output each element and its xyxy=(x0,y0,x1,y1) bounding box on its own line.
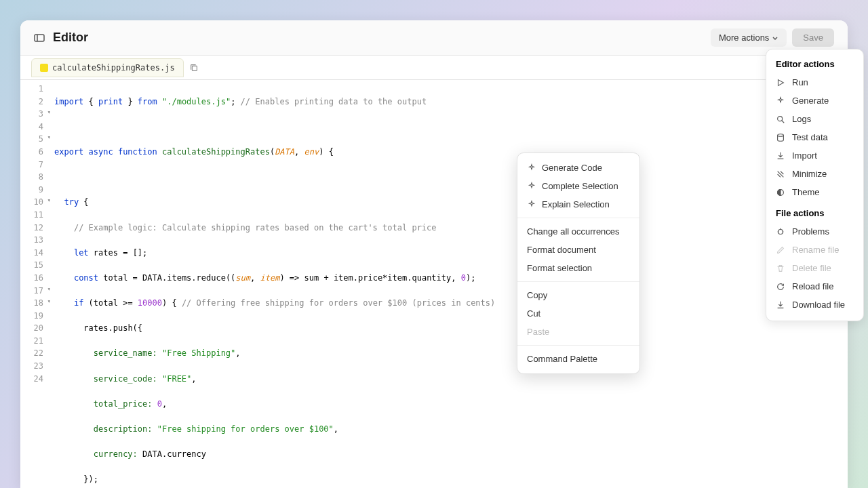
menu-change-all[interactable]: Change all occurrences xyxy=(517,222,639,241)
svg-point-5 xyxy=(778,134,784,136)
sparkle-icon xyxy=(527,200,536,209)
menu-copy[interactable]: Copy xyxy=(517,286,639,304)
js-file-icon xyxy=(40,64,48,72)
action-run[interactable]: Run xyxy=(766,73,863,92)
theme-icon xyxy=(776,188,785,197)
sparkle-icon xyxy=(776,96,785,106)
tabs-bar: calculateShippingRates.js xyxy=(20,56,848,80)
context-menu: Generate Code Complete Selection Explain… xyxy=(517,152,640,374)
minimize-icon xyxy=(776,169,785,179)
pencil-icon xyxy=(776,245,785,255)
action-import[interactable]: Import xyxy=(766,146,863,165)
copy-icon[interactable] xyxy=(189,63,199,73)
svg-rect-2 xyxy=(192,66,197,70)
menu-paste: Paste xyxy=(517,323,639,341)
action-delete: Delete file xyxy=(766,259,863,277)
more-actions-button[interactable]: More actions xyxy=(711,28,787,47)
sparkle-icon xyxy=(527,182,536,191)
panel-title-editor: Editor actions xyxy=(766,56,863,73)
menu-command-palette[interactable]: Command Palette xyxy=(517,350,639,368)
gutter: 123456789101112131415161718192021222324 xyxy=(20,80,54,488)
download-icon xyxy=(776,300,785,310)
action-download[interactable]: Download file xyxy=(766,296,863,314)
play-icon xyxy=(776,78,785,87)
header: Editor More actions Save xyxy=(20,20,848,56)
menu-format-doc[interactable]: Format document xyxy=(517,241,639,259)
tab-filename: calculateShippingRates.js xyxy=(52,63,175,73)
search-icon xyxy=(776,115,785,124)
svg-rect-0 xyxy=(35,35,44,41)
action-problems[interactable]: Problems xyxy=(766,222,863,241)
database-icon xyxy=(776,133,785,142)
reload-icon xyxy=(776,282,785,291)
action-minimize[interactable]: Minimize xyxy=(766,165,863,183)
save-button[interactable]: Save xyxy=(792,28,834,47)
bug-icon xyxy=(776,227,785,237)
menu-generate-code[interactable]: Generate Code xyxy=(517,159,639,177)
svg-point-3 xyxy=(778,116,783,121)
download-icon xyxy=(776,151,785,161)
action-theme[interactable]: Theme xyxy=(766,183,863,201)
action-test-data[interactable]: Test data xyxy=(766,128,863,146)
app-window: Editor More actions Save calculateShippi… xyxy=(20,20,848,488)
code-lines[interactable]: import { print } from "./modules.js"; //… xyxy=(54,80,848,488)
collapse-icon[interactable] xyxy=(34,33,45,43)
actions-panel: Editor actions Run Generate Logs Test da… xyxy=(766,49,864,321)
svg-line-4 xyxy=(782,120,785,123)
code-area[interactable]: 123456789101112131415161718192021222324 … xyxy=(20,80,848,488)
svg-point-7 xyxy=(778,229,783,234)
code-block-top: 123456789101112131415161718192021222324 … xyxy=(20,80,848,488)
action-rename: Rename file xyxy=(766,241,863,259)
chevron-down-icon xyxy=(772,35,778,41)
menu-cut[interactable]: Cut xyxy=(517,304,639,323)
action-generate[interactable]: Generate xyxy=(766,92,863,110)
trash-icon xyxy=(776,264,785,273)
menu-explain-selection[interactable]: Explain Selection xyxy=(517,195,639,214)
tab-file[interactable]: calculateShippingRates.js xyxy=(31,58,184,77)
menu-complete-selection[interactable]: Complete Selection xyxy=(517,177,639,195)
page-title: Editor xyxy=(53,30,88,45)
menu-format-sel[interactable]: Format selection xyxy=(517,259,639,277)
editor-container: 123456789101112131415161718192021222324 … xyxy=(20,80,848,488)
action-reload[interactable]: Reload file xyxy=(766,277,863,296)
panel-title-file: File actions xyxy=(766,205,863,222)
action-logs[interactable]: Logs xyxy=(766,110,863,128)
sparkle-icon xyxy=(527,163,536,173)
